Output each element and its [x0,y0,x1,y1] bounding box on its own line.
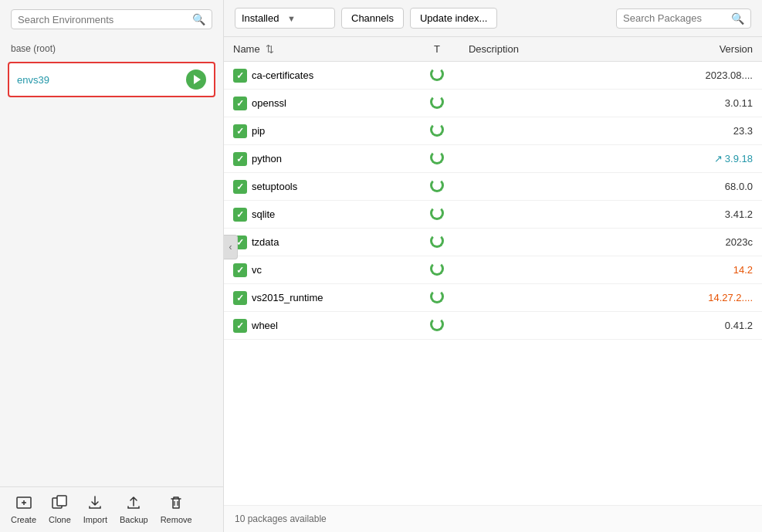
check-icon[interactable] [233,152,247,166]
pkg-name-cell[interactable]: openssl [224,90,415,117]
table-row: python↗3.9.18 [224,145,762,173]
check-icon[interactable] [233,319,247,333]
backup-icon [126,495,141,513]
environment-list: envs39 [0,59,223,486]
table-row: vs2015_runtime14.27.2.... [224,284,762,312]
check-icon[interactable] [233,180,247,194]
type-circle-icon [430,206,444,220]
check-icon[interactable] [233,69,247,83]
pkg-version-cell: 14.27.2.... [672,284,762,312]
pkg-name: ca-certificates [252,69,313,81]
packages-tbody: ca-certificates2023.08....openssl3.0.11p… [224,62,762,340]
pkg-name-cell[interactable]: setuptools [224,173,415,201]
search-environments-box[interactable]: 🔍 [11,9,212,29]
pkg-desc-cell [459,173,672,201]
pkg-desc-cell [459,62,672,90]
remove-button[interactable]: Remove [161,495,192,524]
pkg-name-cell[interactable]: ca-certificates [224,62,415,90]
check-icon[interactable] [233,291,247,305]
search-packages-input[interactable] [623,12,731,24]
pkg-name-cell[interactable]: python [224,145,415,173]
pkg-desc-cell [459,229,672,256]
pkg-name-cell[interactable]: sqlite [224,201,415,229]
search-icon: 🔍 [192,13,205,25]
table-row: setuptools68.0.0 [224,173,762,201]
table-row: openssl3.0.11 [224,90,762,117]
env-item-name: envs39 [17,74,49,86]
filter-selected-value: Installed [242,12,283,24]
pkg-name-cell[interactable]: pip [224,117,415,145]
pkg-type-cell [415,173,459,201]
type-circle-icon [430,317,444,331]
pkg-version-cell: 0.41.2 [672,312,762,340]
type-circle-icon [430,67,444,81]
update-arrow-icon: ↗ [714,153,723,164]
check-icon[interactable] [233,208,247,222]
update-index-button[interactable]: Update index... [410,8,497,29]
table-header-row: Name ⇅ T Description Version [224,37,762,62]
base-root-label: base (root) [0,39,223,59]
pkg-type-cell [415,90,459,117]
env-play-button[interactable] [186,69,206,90]
col-header-version: Version [672,37,762,62]
table-row: tzdata2023c [224,229,762,256]
pkg-type-cell [415,284,459,312]
col-header-description: Description [459,37,672,62]
filter-dropdown[interactable]: Installed ▼ [235,8,335,29]
pkg-version: 3.41.2 [725,208,753,220]
pkg-desc-cell [459,312,672,340]
pkg-type-cell [415,201,459,229]
name-col-label: Name [233,43,260,55]
clone-label: Clone [49,515,71,524]
type-circle-icon [430,262,444,276]
search-environments-input[interactable] [18,14,192,25]
pkg-version: 14.2 [733,264,753,276]
pkg-name: vs2015_runtime [252,292,323,303]
search-packages-icon: 🔍 [731,12,744,25]
import-button[interactable]: Import [83,495,107,524]
pkg-version: 0.41.2 [725,320,753,331]
pkg-version: 68.0.0 [725,181,753,192]
pkg-name: vc [252,264,262,276]
pkg-name: openssl [252,97,286,109]
check-icon[interactable] [233,124,247,138]
pkg-name: tzdata [252,236,279,248]
clone-button[interactable]: Clone [49,495,71,524]
pkg-name: wheel [252,320,278,331]
pkg-desc-cell [459,117,672,145]
pkg-name-cell[interactable]: vc [224,256,415,284]
table-row: wheel0.41.2 [224,312,762,340]
pkg-name: sqlite [252,208,275,220]
search-packages-box[interactable]: 🔍 [616,8,751,29]
table-row: ca-certificates2023.08.... [224,62,762,90]
pkg-type-cell [415,229,459,256]
toolbar: Installed ▼ Channels Update index... 🔍 [224,0,762,37]
sort-icon[interactable]: ⇅ [266,43,274,55]
check-icon[interactable] [233,97,247,110]
type-circle-icon [430,178,444,192]
type-circle-icon [430,151,444,164]
clone-icon [52,495,67,513]
env-item-envs39[interactable]: envs39 [8,62,215,97]
pkg-type-cell [415,62,459,90]
table-row: vc14.2 [224,256,762,284]
pkg-type-cell [415,145,459,173]
svg-rect-4 [57,496,66,506]
remove-icon [168,495,184,513]
backup-button[interactable]: Backup [120,495,148,524]
collapse-sidebar-button[interactable]: ‹ [224,235,238,259]
pkg-name-cell[interactable]: tzdata [224,229,415,256]
pkg-version-cell: 2023.08.... [672,62,762,90]
pkg-version-cell: 23.3 [672,117,762,145]
pkg-version-cell: 3.0.11 [672,90,762,117]
create-button[interactable]: Create [11,495,36,524]
channels-button[interactable]: Channels [341,8,404,29]
pkg-name-cell[interactable]: vs2015_runtime [224,284,415,312]
check-icon[interactable] [233,263,247,277]
pkg-version-cell: 3.41.2 [672,201,762,229]
type-circle-icon [430,95,444,109]
pkg-version-cell: 68.0.0 [672,173,762,201]
pkg-name: setuptools [252,181,297,192]
chevron-down-icon: ▼ [287,14,328,23]
pkg-name-cell[interactable]: wheel [224,312,415,340]
